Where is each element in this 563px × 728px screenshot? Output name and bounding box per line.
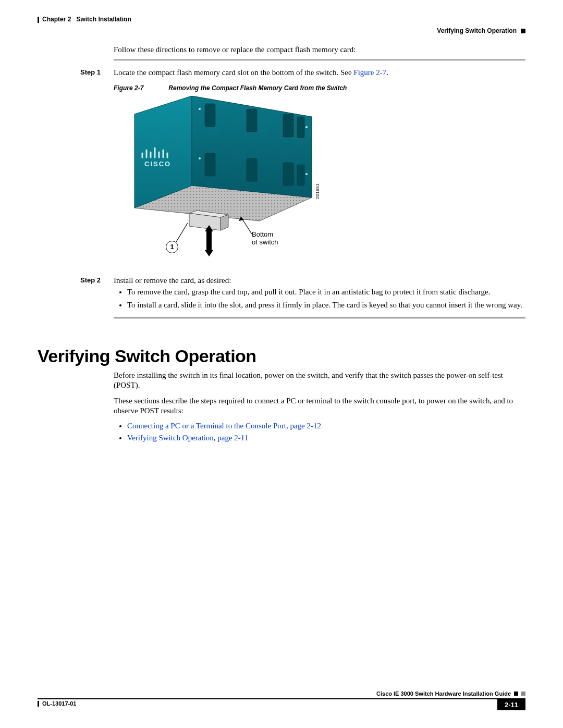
chapter-number: Chapter 2 [42,16,71,24]
svg-point-14 [199,108,201,110]
header-section: Verifying Switch Operation [437,27,517,35]
svg-rect-7 [247,109,257,132]
svg-line-32 [176,223,188,242]
header-bar-icon [38,17,39,23]
section-heading: Verifying Switch Operation [38,346,525,366]
figure-ref: Figure 2-7 [114,84,143,92]
svg-point-17 [305,173,308,175]
callout-1: 1 [166,241,178,253]
figure-2-7: CISCO 1 [114,96,333,268]
step-1: Step 1 Locate the compact flash memory c… [38,68,525,77]
svg-point-15 [305,126,308,128]
figure-link[interactable]: Figure 2-7 [353,68,386,77]
figure-caption-row: Figure 2-7 Removing the Compact Flash Me… [114,84,525,92]
page-header: Chapter 2 Switch Installation Verifying … [38,16,525,35]
step-2-label: Step 2 [38,276,114,313]
svg-rect-13 [297,165,304,186]
page-footer: Cisco IE 3000 Switch Hardware Installati… [38,690,525,710]
intro-text: Follow these directions to remove or rep… [114,45,525,54]
page-number: 2-11 [497,699,525,710]
svg-rect-12 [283,163,293,186]
svg-point-16 [199,157,201,159]
header-marker-icon [521,29,525,33]
section-body: Before installing the switch in its fina… [114,371,525,442]
svg-rect-6 [205,104,215,127]
bottom-of-switch-label: Bottom of switch [252,230,278,246]
toc-link-2[interactable]: Verifying Switch Operation, page 2-11 [127,434,248,442]
section-p2: These sections describe the steps requir… [114,396,525,416]
step-2-bullet-2: To install a card, slide it into the slo… [127,300,525,310]
svg-text:CISCO: CISCO [144,160,171,168]
svg-rect-10 [205,153,215,176]
step-1-text: Locate the compact flash memory card slo… [114,68,353,77]
footer-marker-icon [514,692,518,696]
step-1-after: . [386,68,388,77]
svg-marker-31 [205,250,213,256]
svg-rect-30 [206,231,212,250]
step-1-label: Step 1 [38,68,114,77]
toc-link-1[interactable]: Connecting a PC or a Terminal to the Con… [127,422,321,430]
svg-rect-8 [283,114,293,137]
footer-guide-title: Cisco IE 3000 Switch Hardware Installati… [376,690,511,697]
section-p1: Before installing the switch in its fina… [114,371,525,391]
svg-rect-9 [297,117,304,138]
figure-caption: Removing the Compact Flash Memory Card f… [168,84,347,92]
divider [114,317,525,319]
step-2-bullet-1: To remove the card, grasp the card top, … [127,287,525,297]
svg-rect-11 [247,158,257,181]
divider [114,59,525,61]
footer-marker-icon [521,692,525,696]
figure-code: 201651 [315,183,320,199]
chapter-title: Switch Installation [76,16,131,24]
footer-bar-icon [38,701,39,707]
step-2: Step 2 Install or remove the card, as de… [38,276,525,313]
footer-rule [38,698,525,699]
footer-docnum: OL-13017-01 [42,700,76,707]
step-2-text: Install or remove the card, as desired: [114,276,231,285]
